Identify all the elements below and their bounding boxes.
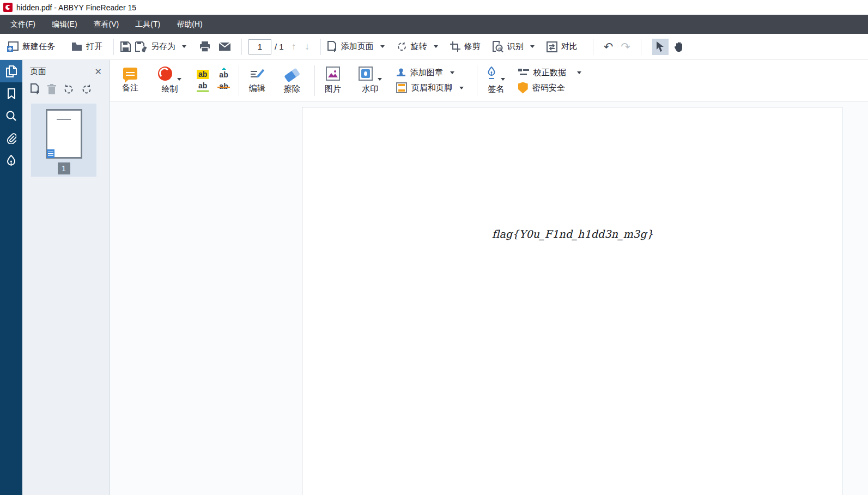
toolbar-separator bbox=[113, 39, 114, 55]
draw-dropdown-caret[interactable] bbox=[177, 78, 181, 81]
sign-dropdown-caret[interactable] bbox=[501, 78, 505, 81]
insert-text-tool[interactable]: ab bbox=[217, 70, 229, 80]
sidebar-item-pages[interactable] bbox=[0, 60, 22, 82]
sidebar-item-search[interactable] bbox=[0, 105, 22, 127]
page-text-block: flag{Y0u_F1nd_h1dd3n_m3g} bbox=[302, 228, 843, 240]
menu-tools[interactable]: 工具(T) bbox=[127, 15, 168, 34]
pdf-tools-toolbar: 备注 绘制 ab ab ab ab bbox=[110, 60, 868, 101]
mail-icon bbox=[219, 43, 230, 51]
toolbar-separator bbox=[239, 65, 239, 96]
add-page-panel-icon[interactable] bbox=[31, 83, 40, 95]
email-button[interactable] bbox=[219, 43, 230, 51]
select-tool-button[interactable] bbox=[652, 39, 669, 55]
stamp-headerfooter-group: 添加图章 页眉和页脚 bbox=[396, 68, 464, 93]
draw-button[interactable]: 绘制 bbox=[158, 67, 181, 94]
toolbar-separator bbox=[477, 65, 477, 96]
compare-icon bbox=[547, 41, 557, 52]
save-as-icon bbox=[135, 41, 147, 52]
page-number-input[interactable] bbox=[248, 39, 271, 55]
toolbar-separator bbox=[241, 39, 242, 55]
page-thumbnail[interactable] bbox=[46, 109, 82, 159]
search-icon bbox=[6, 111, 16, 121]
pages-icon bbox=[6, 65, 17, 77]
rotate-button[interactable]: 旋转 bbox=[397, 41, 438, 52]
document-viewport[interactable]: flag{Y0u_F1nd_h1dd3n_m3g} bbox=[110, 101, 868, 495]
toolbar-separator bbox=[314, 65, 315, 96]
sidebar-item-bookmarks[interactable] bbox=[0, 82, 22, 105]
previous-page-arrow-icon[interactable]: ↑ bbox=[292, 41, 296, 52]
header-footer-button[interactable]: 页眉和页脚 bbox=[396, 82, 464, 93]
draw-icon bbox=[158, 67, 172, 81]
menu-edit[interactable]: 编辑(E) bbox=[44, 15, 86, 34]
print-button[interactable] bbox=[199, 41, 210, 52]
picture-icon bbox=[326, 67, 340, 81]
verify-data-dropdown-caret[interactable] bbox=[577, 71, 581, 74]
verify-data-icon bbox=[518, 68, 529, 77]
crop-icon bbox=[450, 41, 460, 52]
cursor-arrow-icon bbox=[656, 41, 664, 52]
sign-button[interactable]: 签名 bbox=[487, 67, 505, 94]
watermark-icon bbox=[359, 67, 373, 81]
pan-tool-button[interactable] bbox=[671, 39, 687, 55]
abbyy-logo-icon bbox=[3, 3, 13, 12]
verify-data-button[interactable]: 校正数据 bbox=[518, 68, 581, 78]
next-page-arrow-icon[interactable]: ↓ bbox=[305, 41, 309, 52]
menu-bar: 文件(F) 编辑(E) 查看(V) 工具(T) 帮助(H) bbox=[0, 15, 868, 34]
strikethrough-tool[interactable]: ab bbox=[217, 82, 229, 91]
eraser-icon bbox=[284, 68, 300, 82]
pages-panel-title: 页面 bbox=[30, 67, 46, 77]
toolbar-separator bbox=[593, 39, 593, 55]
markup-group: ab ab bbox=[217, 70, 229, 91]
security-group: 校正数据 密码安全 bbox=[518, 68, 581, 94]
rotate-right-icon[interactable] bbox=[81, 84, 92, 95]
open-button[interactable]: 打开 bbox=[71, 41, 102, 52]
rotate-icon bbox=[397, 41, 407, 52]
underline-tool[interactable]: ab bbox=[197, 81, 209, 92]
save-icon bbox=[120, 41, 131, 52]
erase-button[interactable]: 擦除 bbox=[284, 67, 300, 94]
print-icon bbox=[199, 41, 210, 52]
picture-button[interactable]: 图片 bbox=[325, 67, 341, 94]
highlight-tool[interactable]: ab bbox=[197, 70, 209, 79]
undo-icon[interactable]: ↶ bbox=[604, 40, 614, 53]
new-task-button[interactable]: 新建任务 bbox=[7, 41, 55, 52]
menu-help[interactable]: 帮助(H) bbox=[168, 15, 210, 34]
highlight-group: ab ab bbox=[197, 70, 209, 92]
add-pages-button[interactable]: 添加页面 bbox=[327, 41, 385, 52]
sidebar-item-attachments[interactable] bbox=[0, 127, 22, 149]
pdf-page[interactable]: flag{Y0u_F1nd_h1dd3n_m3g} bbox=[302, 107, 842, 495]
open-folder-icon bbox=[71, 42, 82, 51]
edit-button[interactable]: 编辑 bbox=[249, 67, 265, 94]
thumbnail-text-line bbox=[57, 119, 71, 120]
close-panel-icon[interactable]: ✕ bbox=[95, 68, 102, 76]
page-thumbnail-selected[interactable]: 1 bbox=[31, 104, 96, 177]
thumbnail-doc-badge-icon bbox=[47, 149, 54, 158]
edit-pencil-icon bbox=[250, 67, 265, 80]
toolbar-separator bbox=[641, 39, 641, 55]
recognize-icon: @ bbox=[493, 41, 503, 52]
add-stamp-button[interactable]: 添加图章 bbox=[396, 68, 464, 78]
recognize-dropdown-caret[interactable] bbox=[530, 45, 535, 48]
sidebar-item-signature[interactable] bbox=[0, 149, 22, 172]
pages-panel: 页面 ✕ 1 bbox=[22, 60, 110, 495]
delete-page-icon bbox=[47, 84, 56, 94]
menu-view[interactable]: 查看(V) bbox=[86, 15, 128, 34]
rotate-left-icon[interactable] bbox=[63, 84, 74, 95]
left-sidebar bbox=[0, 60, 22, 495]
header-footer-dropdown-caret[interactable] bbox=[459, 87, 464, 89]
new-task-icon bbox=[7, 41, 19, 52]
recognize-button[interactable]: @ 识别 bbox=[493, 41, 535, 52]
watermark-button[interactable]: 水印 bbox=[359, 67, 382, 94]
menu-file[interactable]: 文件(F) bbox=[2, 15, 44, 34]
save-as-button[interactable]: 另存为 bbox=[135, 41, 186, 52]
save-as-dropdown-caret[interactable] bbox=[182, 45, 186, 48]
password-security-button[interactable]: 密码安全 bbox=[518, 82, 581, 94]
add-stamp-dropdown-caret[interactable] bbox=[450, 71, 454, 74]
note-button[interactable]: 备注 bbox=[122, 68, 138, 93]
compare-button[interactable]: 对比 bbox=[547, 41, 578, 52]
save-button[interactable] bbox=[120, 41, 131, 52]
crop-button[interactable]: 修剪 bbox=[450, 41, 481, 52]
watermark-dropdown-caret[interactable] bbox=[378, 78, 382, 81]
rotate-dropdown-caret[interactable] bbox=[434, 45, 438, 48]
add-pages-dropdown-caret[interactable] bbox=[380, 45, 385, 48]
